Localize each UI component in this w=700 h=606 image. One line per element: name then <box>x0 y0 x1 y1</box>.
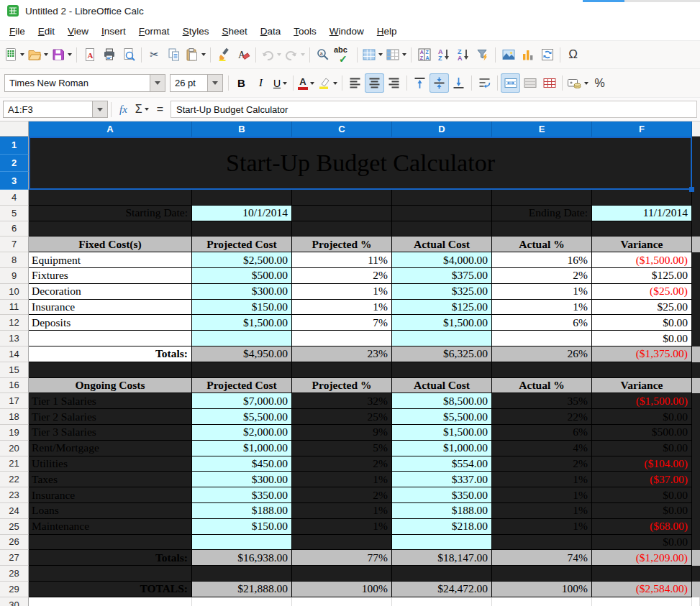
cell-C18[interactable]: 25% <box>292 409 392 425</box>
row-header-13[interactable]: 13 <box>0 331 29 346</box>
title-cell-A1-F3[interactable]: Start-Up Budget Calculator <box>29 137 692 190</box>
cut-button[interactable]: ✂ <box>145 45 164 65</box>
row-header-8[interactable]: 8 <box>0 252 29 268</box>
cell-F30[interactable] <box>592 597 692 606</box>
cell-E29[interactable]: 100% <box>492 582 592 597</box>
cell-C13[interactable] <box>292 331 392 346</box>
save-dropdown[interactable] <box>68 53 72 56</box>
highlight-color-button[interactable] <box>316 73 339 93</box>
select-all-corner[interactable] <box>0 121 29 137</box>
formula-equals-button[interactable]: = <box>152 103 168 116</box>
row-header-27[interactable]: 27 <box>0 550 29 566</box>
cell-E13[interactable] <box>492 331 592 346</box>
clone-formatting-button[interactable] <box>214 45 233 65</box>
cell-F8[interactable]: ($1,500.00) <box>592 252 692 268</box>
cell-E10[interactable]: 1% <box>492 284 592 300</box>
cell-B9[interactable]: $500.00 <box>192 268 292 284</box>
cell-D24[interactable]: $188.00 <box>392 503 492 519</box>
cell-E5[interactable]: Ending Date: <box>492 206 592 221</box>
row-header-2[interactable]: 2 <box>0 155 29 173</box>
cell-A27[interactable]: Totals: <box>29 550 192 566</box>
cell-A26[interactable] <box>29 535 192 551</box>
copy-button[interactable] <box>164 45 183 65</box>
cell-F23[interactable]: $0.00 <box>592 487 692 503</box>
cell-F16[interactable]: Variance <box>592 378 692 394</box>
cell-D18[interactable]: $5,500.00 <box>392 409 492 425</box>
cell-C5[interactable] <box>292 206 392 221</box>
cell-A13[interactable] <box>29 331 192 346</box>
column-header-C[interactable]: C <box>292 121 392 137</box>
cell-F9[interactable]: $125.00 <box>592 268 692 284</box>
cell-C19[interactable]: 9% <box>292 425 392 441</box>
cell-B30[interactable] <box>192 597 292 606</box>
cell-C9[interactable]: 2% <box>292 268 392 284</box>
row-header-18[interactable]: 18 <box>0 409 29 425</box>
undo-button[interactable] <box>259 45 283 65</box>
center-vertically-button[interactable] <box>429 73 449 93</box>
cell-C30[interactable] <box>292 597 392 606</box>
cell-A4[interactable] <box>29 190 192 206</box>
cell-C12[interactable]: 7% <box>292 315 392 331</box>
redo-dropdown[interactable] <box>301 53 305 56</box>
cell-D8[interactable]: $4,000.00 <box>392 252 492 268</box>
pivot-table-button[interactable] <box>537 45 557 65</box>
align-right-button[interactable] <box>384 73 404 93</box>
cell-B6[interactable] <box>192 221 292 237</box>
new-spreadsheet-button[interactable] <box>2 45 26 65</box>
cell-E27[interactable]: 74% <box>492 550 592 566</box>
cell-D28[interactable] <box>392 566 492 582</box>
cell-D14[interactable]: $6,325.00 <box>392 346 492 362</box>
cell-A21[interactable]: Utilities <box>29 456 192 472</box>
menu-window[interactable]: Window <box>323 24 371 39</box>
cell-D22[interactable]: $337.00 <box>392 472 492 487</box>
cell-E30[interactable] <box>492 597 592 606</box>
cell-E14[interactable]: 26% <box>492 346 592 362</box>
highlight-color-dropdown[interactable] <box>333 82 337 85</box>
cell-C23[interactable]: 2% <box>292 487 392 503</box>
font-color-dropdown[interactable] <box>310 82 314 85</box>
cell-D21[interactable]: $554.00 <box>392 456 492 472</box>
undo-dropdown[interactable] <box>277 53 281 56</box>
menu-sheet[interactable]: Sheet <box>215 24 253 39</box>
cell-D16[interactable]: Actual Cost <box>392 378 492 394</box>
menu-insert[interactable]: Insert <box>95 24 132 39</box>
cell-B12[interactable]: $1,500.00 <box>192 315 292 331</box>
row-header-11[interactable]: 11 <box>0 300 29 316</box>
cell-A14[interactable]: Totals: <box>29 346 192 362</box>
cell-A24[interactable]: Loans <box>29 503 192 519</box>
cell-A15[interactable] <box>29 362 192 378</box>
function-wizard-button[interactable]: fx <box>114 104 132 116</box>
column-header-D[interactable]: D <box>392 121 492 137</box>
print-button[interactable] <box>99 45 119 65</box>
cell-E23[interactable]: 1% <box>492 487 592 503</box>
menu-edit[interactable]: Edit <box>32 24 61 39</box>
cell-E20[interactable]: 4% <box>492 441 592 456</box>
underline-dropdown[interactable] <box>283 82 287 85</box>
cell-F25[interactable]: ($68.00) <box>592 519 692 535</box>
cell-A10[interactable]: Decoration <box>29 284 192 300</box>
row-header-17[interactable]: 17 <box>0 393 29 409</box>
cell-D20[interactable]: $1,000.00 <box>392 441 492 456</box>
save-button[interactable] <box>50 45 73 65</box>
cell-A11[interactable]: Insurance <box>29 300 192 316</box>
font-name-combo[interactable]: Times New Roman <box>4 74 165 92</box>
wrap-text-button[interactable] <box>475 73 494 93</box>
cell-C21[interactable]: 2% <box>292 456 392 472</box>
formula-input[interactable]: Start-Up Budget Calculator <box>171 101 697 118</box>
cell-E16[interactable]: Actual % <box>492 378 592 394</box>
cell-C22[interactable]: 1% <box>292 472 392 487</box>
cell-E21[interactable]: 2% <box>492 456 592 472</box>
cell-D7[interactable]: Actual Cost <box>392 237 492 252</box>
cell-C25[interactable]: 1% <box>292 519 392 535</box>
sort-ascending-button[interactable]: AZ <box>434 45 453 65</box>
cell-A23[interactable]: Insurance <box>29 487 192 503</box>
cell-B11[interactable]: $150.00 <box>192 300 292 316</box>
name-box-dropdown[interactable] <box>92 101 107 117</box>
bold-button[interactable]: B <box>232 73 251 93</box>
row-header-30[interactable]: 30 <box>0 597 29 606</box>
underline-button[interactable]: U <box>271 73 290 93</box>
cell-B19[interactable]: $2,000.00 <box>192 425 292 441</box>
cell-D29[interactable]: $24,472.00 <box>392 582 492 597</box>
cell-B4[interactable] <box>192 190 292 206</box>
row-header-23[interactable]: 23 <box>0 487 29 503</box>
